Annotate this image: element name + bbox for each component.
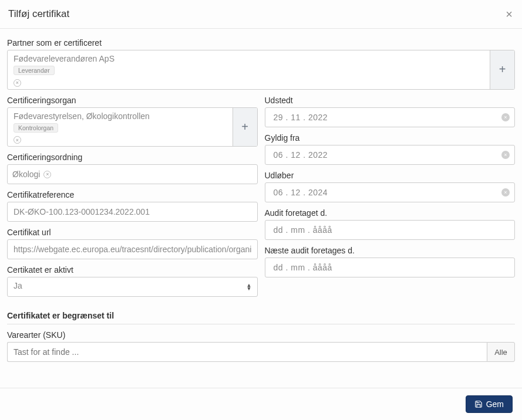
- cert-body-field: Certificeringsorgan Fødevarestyrelsen, Ø…: [7, 96, 258, 147]
- audit-done-label: Audit foretaget d.: [265, 208, 516, 218]
- partner-label: Partner som er certificeret: [7, 38, 515, 48]
- save-button[interactable]: Gem: [466, 395, 513, 413]
- active-select-display: Ja: [7, 277, 258, 297]
- cert-body-role-tag: Kontrolorgan: [14, 123, 58, 133]
- audit-next-placeholder: dd . mm . åååå: [274, 263, 510, 272]
- partner-role-tag: Leverandør: [14, 66, 55, 75]
- audit-next-label: Næste audit foretages d.: [265, 246, 516, 255]
- issued-field: Udstedt 29 . 11 . 2022 ×: [265, 96, 516, 127]
- clear-icon[interactable]: ×: [501, 151, 510, 159]
- cert-url-field: Certifikat url: [7, 228, 258, 259]
- partner-combo: Fødevareleverandøren ApS Leverandør × +: [7, 50, 515, 90]
- audit-done-placeholder: dd . mm . åååå: [274, 225, 510, 235]
- active-select[interactable]: Ja ▲▼: [7, 277, 258, 297]
- audit-next-input[interactable]: dd . mm . åååå: [265, 258, 516, 277]
- issued-value: 29 . 11 . 2022: [274, 113, 502, 122]
- modal-title: Tilføj certifikat: [8, 8, 69, 20]
- issued-label: Udstedt: [265, 96, 516, 105]
- two-column-layout: Certificeringsorgan Fødevarestyrelsen, Ø…: [7, 96, 515, 303]
- modal-body: Partner som er certificeret Fødevareleve…: [0, 29, 522, 374]
- expires-label: Udløber: [265, 171, 516, 180]
- sku-field: Varearter (SKU) Alle: [7, 330, 515, 362]
- cert-ref-input[interactable]: [7, 202, 258, 222]
- sku-all-button[interactable]: Alle: [487, 342, 515, 362]
- cert-ref-field: Certifikatreference: [7, 190, 258, 222]
- sku-row: Alle: [7, 342, 515, 362]
- close-icon[interactable]: ×: [506, 8, 513, 20]
- cert-url-label: Certifikat url: [7, 228, 258, 237]
- cert-url-input[interactable]: [7, 239, 258, 259]
- audit-done-input[interactable]: dd . mm . åååå: [265, 220, 516, 240]
- valid-from-input[interactable]: 06 . 12 . 2022 ×: [265, 145, 516, 165]
- remove-icon[interactable]: ×: [43, 171, 51, 178]
- issued-input[interactable]: 29 . 11 . 2022 ×: [265, 107, 516, 127]
- left-column: Certificeringsorgan Fødevarestyrelsen, Ø…: [7, 96, 258, 303]
- active-label: Certikatet er aktivt: [7, 265, 258, 275]
- sku-label: Varearter (SKU): [7, 330, 515, 340]
- expires-value: 06 . 12 . 2024: [274, 188, 502, 197]
- cert-body-combo-content[interactable]: Fødevarestyrelsen, Økologikontrollen Kon…: [8, 108, 233, 147]
- scheme-chip-text: Økologi: [12, 170, 40, 179]
- cert-body-combo: Fødevarestyrelsen, Økologikontrollen Kon…: [7, 107, 258, 147]
- modal-header: Tilføj certifikat ×: [0, 0, 522, 29]
- save-button-label: Gem: [486, 399, 504, 409]
- sku-input[interactable]: [7, 342, 487, 362]
- cert-body-name: Fødevarestyrelsen, Økologikontrollen: [14, 111, 227, 121]
- scheme-input[interactable]: Økologi ×: [7, 164, 258, 184]
- audit-next-field: Næste audit foretages d. dd . mm . åååå: [265, 246, 516, 277]
- clear-icon[interactable]: ×: [501, 113, 510, 121]
- cert-body-label: Certificeringsorgan: [7, 96, 258, 105]
- active-field: Certikatet er aktivt Ja ▲▼: [7, 265, 258, 297]
- add-cert-body-button[interactable]: +: [233, 108, 257, 147]
- remove-icon[interactable]: ×: [14, 79, 21, 87]
- save-icon: [474, 400, 483, 408]
- modal-footer: Gem: [0, 388, 522, 420]
- cert-ref-label: Certifikatreference: [7, 190, 258, 199]
- expires-input[interactable]: 06 . 12 . 2024 ×: [265, 182, 516, 202]
- clear-icon[interactable]: ×: [501, 188, 510, 197]
- scheme-label: Certificeringsordning: [7, 153, 258, 162]
- limits-section-header: Certifikatet er begrænset til: [7, 311, 515, 324]
- add-partner-button[interactable]: +: [490, 50, 514, 89]
- valid-from-label: Gyldig fra: [265, 133, 516, 143]
- valid-from-value: 06 . 12 . 2022: [274, 150, 502, 160]
- partner-field: Partner som er certificeret Fødevareleve…: [7, 38, 515, 90]
- scheme-field: Certificeringsordning Økologi ×: [7, 153, 258, 184]
- valid-from-field: Gyldig fra 06 . 12 . 2022 ×: [265, 133, 516, 165]
- audit-done-field: Audit foretaget d. dd . mm . åååå: [265, 208, 516, 240]
- partner-name: Fødevareleverandøren ApS: [14, 54, 484, 63]
- expires-field: Udløber 06 . 12 . 2024 ×: [265, 171, 516, 202]
- partner-combo-content[interactable]: Fødevareleverandøren ApS Leverandør ×: [8, 50, 490, 89]
- remove-icon[interactable]: ×: [14, 136, 21, 144]
- right-column: Udstedt 29 . 11 . 2022 × Gyldig fra 06 .…: [265, 96, 516, 303]
